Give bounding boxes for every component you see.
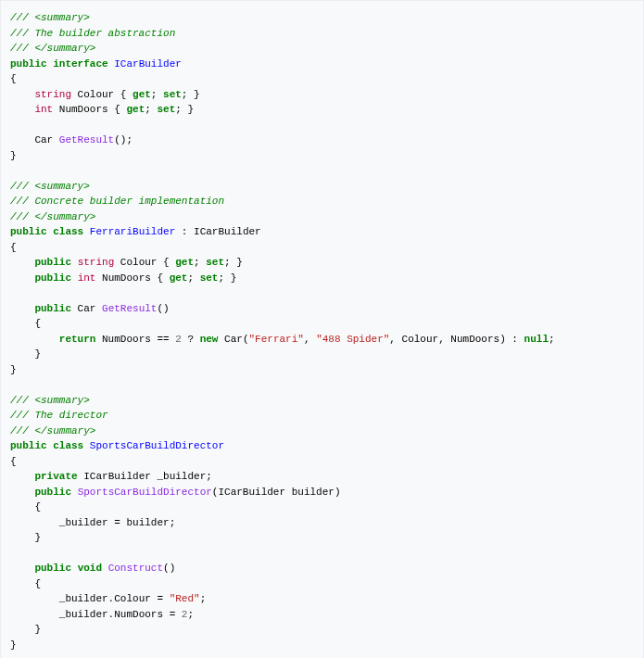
code-text: , [304,334,316,345]
comment: /// <summary> [10,181,90,192]
brace: { [34,578,41,589]
brace: } [10,150,17,161]
code-block: /// <summary> /// The builder abstractio… [0,0,644,658]
code-text: NumDoors { [95,272,169,284]
method: GetResult [59,134,114,146]
type: string [78,257,115,268]
keyword: public [10,58,47,70]
code-text: Car [34,134,58,146]
string: "Ferrari" [249,334,304,345]
comment: /// The director [10,410,108,421]
method: GetResult [102,303,157,314]
code-text: (); [114,134,133,146]
brace: { [10,456,17,467]
code-text: Colour { [114,257,175,268]
code-text: ; } [182,89,200,100]
code-text: ? [182,334,200,345]
code-text: ICarBuilder _builder; [78,471,212,482]
brace: } [10,364,17,375]
type: int [78,272,96,284]
keyword: public [10,440,47,451]
code-text: ; [145,104,157,115]
brace: { [10,242,17,253]
comment: /// Concrete builder implementation [10,196,224,207]
type: int [34,104,53,115]
keyword: get [126,104,145,115]
type: string [34,89,71,100]
keyword: class [53,226,83,237]
code-text: , Colour, NumDoors) : [389,334,524,345]
keyword: class [53,440,83,451]
brace: { [10,73,17,84]
comment: /// <summary> [10,12,90,23]
null: null [524,334,549,345]
code-text: ; } [218,272,236,284]
keyword: get [175,257,194,268]
comment: /// </summary> [10,43,95,54]
code-text: ; [187,272,199,284]
type-name: FerrariBuilder [90,226,175,237]
keyword: set [200,272,219,284]
type-name: SportsCarBuildDirector [90,440,224,451]
keyword: public [34,303,71,314]
keyword: set [206,257,224,268]
code-text: Car( [218,334,248,345]
keyword: set [163,89,182,100]
brace: { [34,501,41,512]
string: "Red" [170,593,200,604]
code-text: () [157,303,169,314]
method: Construct [108,563,163,574]
code-text: () [163,563,175,574]
brace: } [34,532,41,543]
keyword: private [34,471,77,482]
code-text: ; } [175,104,194,115]
keyword: public [34,487,71,498]
keyword: void [78,563,102,574]
code-text: ; [151,89,163,100]
brace: } [34,348,41,360]
keyword: public [34,257,71,268]
code-text: NumDoors { [53,104,126,115]
keyword: get [133,89,151,100]
comment: /// <summary> [10,395,90,406]
code-text: _builder.Colour = [59,593,170,604]
comment: /// </summary> [10,425,95,437]
code-text: (ICarBuilder builder) [212,487,341,498]
number: 2 [175,334,182,345]
keyword: interface [53,58,107,70]
keyword: set [157,104,175,115]
code-text: _builder.NumDoors = [59,609,182,620]
comment: /// </summary> [10,211,95,222]
keyword: get [170,272,188,284]
code-text: ; [200,593,207,604]
keyword: public [34,272,71,284]
brace: } [10,639,17,651]
keyword: public [10,226,47,237]
code-text: ; [194,257,206,268]
comment: /// The builder abstraction [10,28,175,39]
code-text: Colour { [71,89,133,100]
code-text: NumDoors == [95,334,175,345]
type-name: ICarBuilder [114,58,182,70]
code-text: : ICarBuilder [175,226,260,237]
code-text: ; [549,334,555,345]
method: SportsCarBuildDirector [78,487,212,498]
code-text: ; } [224,257,243,268]
code-text: _builder = builder; [59,517,175,528]
code-text: ; [187,609,194,620]
brace: { [34,318,41,329]
keyword: new [200,334,219,345]
string: "488 Spider" [316,334,389,345]
keyword: public [34,563,71,574]
brace: } [34,624,41,635]
keyword: return [59,334,96,345]
code-text: Car [71,303,102,314]
